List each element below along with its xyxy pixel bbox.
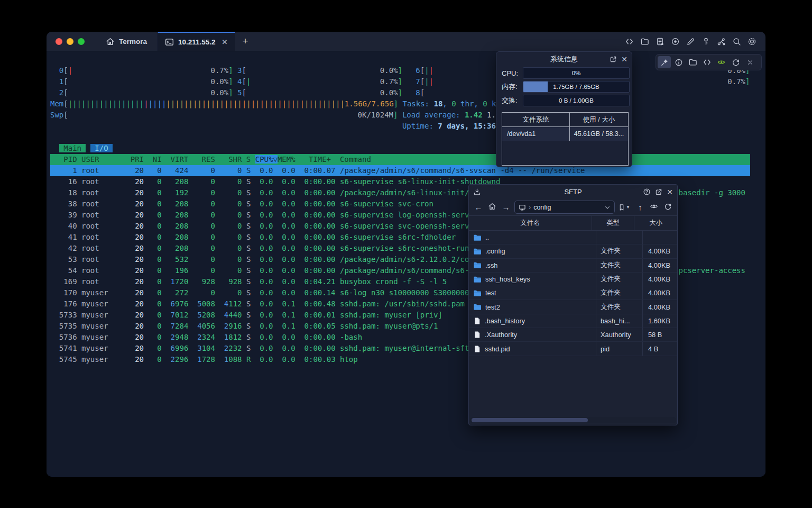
file-size: 4.00KB xyxy=(642,300,677,313)
sftp-table-header: 文件名 类型 大小 xyxy=(469,215,677,231)
home-icon xyxy=(106,37,115,46)
sftp-toolbar: ← → › config ▼ ↑ xyxy=(469,199,677,215)
minimize-window-button[interactable] xyxy=(67,38,73,45)
tab-termora-home[interactable]: Termora xyxy=(95,32,158,51)
back-icon[interactable]: ← xyxy=(473,203,484,212)
column-header-name[interactable]: 文件名 xyxy=(469,219,592,228)
pencil-icon[interactable] xyxy=(684,34,697,48)
chevron-down-icon[interactable] xyxy=(604,204,611,211)
horizontal-scrollbar[interactable] xyxy=(470,417,676,423)
titlebar-toolbar xyxy=(622,32,765,51)
notes-icon[interactable] xyxy=(653,34,667,48)
folder-icon xyxy=(473,247,482,256)
info-icon[interactable] xyxy=(672,56,685,68)
file-type: Xauthority xyxy=(596,328,642,341)
filesystem-table: 文件系统 使用 / 大小 /dev/vda145.61GB / 58.3... xyxy=(502,112,629,166)
column-header-size[interactable]: 大小 xyxy=(634,216,677,230)
help-icon[interactable] xyxy=(643,188,651,196)
column-header-type[interactable]: 类型 xyxy=(592,216,634,230)
file-row[interactable]: .bash_historybash_hi...1.60KB xyxy=(469,314,677,328)
code-icon[interactable] xyxy=(622,34,636,48)
file-name: .. xyxy=(485,233,489,241)
file-row[interactable]: .config文件夹4.00KB xyxy=(469,244,677,258)
file-type: 文件夹 xyxy=(596,273,642,286)
file-size: 4.00KB xyxy=(642,244,677,258)
file-name: test xyxy=(485,289,496,297)
sftp-file-list: ...config文件夹4.00KB.ssh文件夹4.00KBssh_host_… xyxy=(469,231,677,356)
refresh-icon[interactable] xyxy=(662,203,673,212)
htop-tab-main[interactable]: Main xyxy=(59,144,86,152)
file-name: .config xyxy=(485,247,505,255)
pin-icon[interactable] xyxy=(658,56,671,68)
uptime-line: Uptime: 7 days, 15:36:47 xyxy=(50,121,750,132)
folder-icon xyxy=(473,233,482,242)
file-type: 文件夹 xyxy=(596,244,642,258)
close-window-button[interactable] xyxy=(56,38,62,45)
file-type: 文件夹 xyxy=(596,300,642,313)
home-icon[interactable] xyxy=(487,202,497,212)
close-tab-icon[interactable]: ✕ xyxy=(222,38,228,46)
tab-bar: Termora 10.211.55.2 ✕ + xyxy=(47,32,765,51)
file-row[interactable]: sshd.pidpid4 B xyxy=(469,342,677,356)
download-icon[interactable] xyxy=(473,185,481,199)
file-type xyxy=(596,231,642,244)
file-size: 4.00KB xyxy=(642,273,677,286)
nvidia-icon[interactable] xyxy=(715,56,728,68)
close-panel-icon[interactable]: ✕ xyxy=(621,55,628,64)
up-directory-icon[interactable]: ↑ xyxy=(635,203,645,212)
traffic-lights xyxy=(47,32,95,51)
zoom-window-button[interactable] xyxy=(78,38,85,45)
file-icon xyxy=(473,331,481,339)
file-name: test2 xyxy=(485,303,500,311)
file-row[interactable]: test2文件夹4.00KB xyxy=(469,300,677,314)
search-icon[interactable] xyxy=(730,34,743,48)
bookmark-icon[interactable]: ▼ xyxy=(618,204,632,211)
metric-row: 内存:1.75GB / 7.65GB xyxy=(496,80,632,94)
key-icon[interactable] xyxy=(699,34,713,48)
new-tab-button[interactable]: + xyxy=(235,32,256,51)
file-row[interactable]: ssh_host_keys文件夹4.00KB xyxy=(469,273,677,286)
file-type: pid xyxy=(596,342,642,355)
file-row[interactable]: .XauthorityXauthority58 B xyxy=(469,328,677,342)
memory-meter-line: Mem[||||||||||||||||||||||||||||||||||||… xyxy=(50,98,750,110)
file-row[interactable]: test文件夹4.00KB xyxy=(469,286,677,300)
open-in-window-icon[interactable] xyxy=(610,56,617,63)
fs-col-header: 文件系统 xyxy=(502,113,570,126)
filesystem-row[interactable]: /dev/vda145.61GB / 58.3... xyxy=(502,127,628,141)
file-row[interactable]: .ssh文件夹4.00KB xyxy=(469,259,677,273)
folder-icon[interactable] xyxy=(638,34,651,48)
forward-icon[interactable]: → xyxy=(501,203,511,212)
htop-tab-io[interactable]: I/O xyxy=(90,144,113,152)
path-separator: › xyxy=(529,204,531,211)
cpu-meter-line: 0[| 0.7%] 3[ 0.0%] 6[|| 0.0%] xyxy=(50,65,750,76)
htop-tabs: Main I/O xyxy=(50,143,750,154)
tab-session[interactable]: 10.211.55.2 ✕ xyxy=(158,32,235,51)
file-row[interactable]: .. xyxy=(469,231,677,244)
preview-eye-icon[interactable] xyxy=(649,202,659,212)
terminal-icon xyxy=(165,38,174,47)
record-icon[interactable] xyxy=(668,34,682,48)
folder-icon xyxy=(473,275,482,284)
file-size: 4.00KB xyxy=(642,259,677,272)
folder-icon[interactable] xyxy=(686,56,699,68)
system-metrics: CPU:0%内存:1.75GB / 7.65GB交换:0 B / 1.00GB xyxy=(496,66,632,107)
sftp-empty-area xyxy=(469,356,677,425)
open-in-window-icon[interactable] xyxy=(655,188,662,196)
monitor-icon xyxy=(519,204,526,211)
scrollbar-thumb[interactable] xyxy=(472,418,588,422)
process-table-header[interactable]: PID USER PRI NI VIRT RES SHR S CPU%▽MEM%… xyxy=(50,154,750,165)
file-icon xyxy=(473,345,481,353)
file-size: 1.60KB xyxy=(642,314,677,328)
file-name: .ssh xyxy=(485,261,497,269)
close-icon[interactable] xyxy=(743,56,756,68)
settings-icon[interactable] xyxy=(745,34,759,48)
close-panel-icon[interactable]: ✕ xyxy=(667,188,673,196)
system-info-panel: 系统信息 ✕ CPU:0%内存:1.75GB / 7.65GB交换:0 B / … xyxy=(496,51,632,167)
overlay-toolbar xyxy=(656,54,762,70)
refresh-icon[interactable] xyxy=(729,56,742,68)
code-icon[interactable] xyxy=(700,56,714,68)
process-row[interactable]: 1 root 20 0 424 0 0 S 0.0 0.0 0:00.07 /p… xyxy=(50,165,750,176)
key-branch-icon[interactable] xyxy=(714,34,728,48)
path-input[interactable]: › config xyxy=(514,201,615,214)
file-name: .Xauthority xyxy=(485,331,517,339)
